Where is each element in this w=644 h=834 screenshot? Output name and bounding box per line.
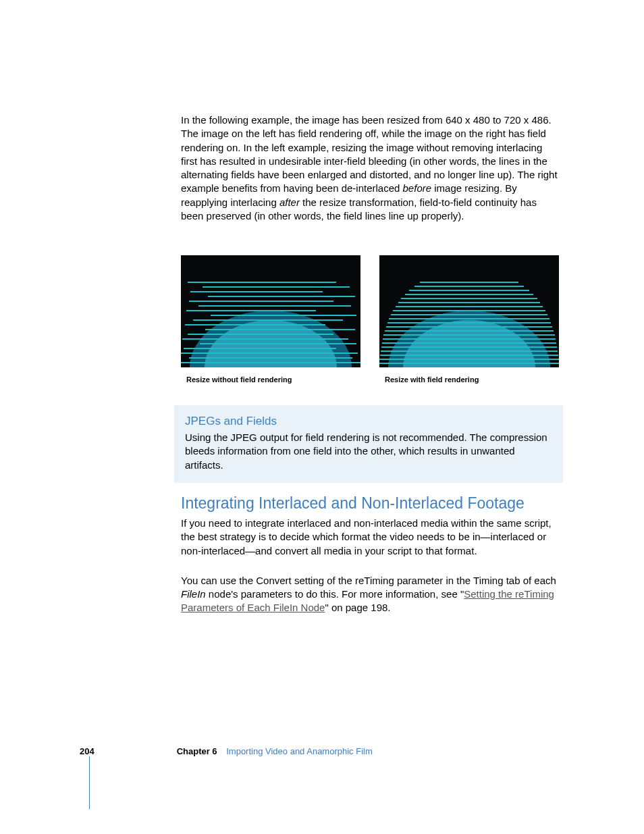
footer-side-rule: [89, 756, 90, 809]
callout-body: Using the JPEG output for field renderin…: [185, 431, 552, 472]
callout-heading: JPEGs and Fields: [185, 415, 552, 428]
page-footer: 204 Chapter 6 Importing Video and Anamor…: [80, 746, 552, 756]
section-p2-em: FileIn: [181, 588, 206, 600]
figure-left-caption: Resize without field rendering: [181, 375, 360, 384]
intro-em-after: after: [279, 197, 300, 208]
figure-left: Resize without field rendering: [181, 255, 360, 384]
page-number: 204: [80, 746, 174, 756]
figure-right-image: [379, 255, 559, 367]
figure-right-caption: Resize with field rendering: [379, 375, 559, 384]
section-p2-post: " on page 198.: [325, 602, 390, 613]
intro-block: In the following example, the image has …: [181, 113, 559, 239]
section-heading: Integrating Interlaced and Non-Interlace…: [181, 494, 559, 513]
section-p2: You can use the Convert setting of the r…: [181, 574, 559, 615]
page: In the following example, the image has …: [0, 0, 644, 834]
chapter-label: Chapter 6: [177, 746, 217, 756]
intro-em-before: before: [403, 182, 432, 194]
figure-right: Resize with field rendering: [379, 255, 559, 384]
section-integrating: Integrating Interlaced and Non-Interlace…: [181, 494, 559, 631]
section-p2-pre: You can use the Convert setting of the r…: [181, 575, 556, 586]
figures-row: Resize without field rendering: [181, 255, 559, 384]
figure-left-image: [181, 255, 360, 367]
section-p2-mid: node's parameters to do this. For more i…: [206, 588, 464, 600]
chapter-title: Importing Video and Anamorphic Film: [226, 746, 373, 756]
intro-paragraph: In the following example, the image has …: [181, 113, 559, 223]
section-p1: If you need to integrate interlaced and …: [181, 517, 559, 558]
callout-box: JPEGs and Fields Using the JPEG output f…: [174, 405, 563, 483]
